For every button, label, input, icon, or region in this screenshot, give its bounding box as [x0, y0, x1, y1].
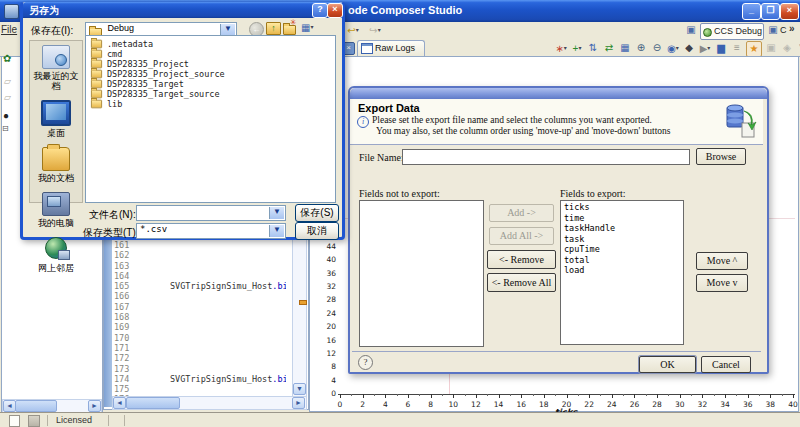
close-button[interactable]: × — [327, 3, 343, 18]
minimize-button[interactable]: _ — [742, 3, 761, 20]
favorites-icon[interactable]: ★ — [746, 41, 762, 57]
view-menu-icon[interactable]: ▽ — [796, 41, 800, 55]
editor-line[interactable]: 173 — [114, 364, 286, 374]
forward-nav-icon[interactable]: ↪▾ — [368, 23, 382, 37]
file-list[interactable]: .metadatacmdDSP28335_ProjectDSP28335_Pro… — [85, 35, 336, 203]
field-item[interactable]: ticks — [564, 202, 683, 213]
file-item[interactable]: DSP28335_Project_source — [88, 69, 335, 79]
field-item[interactable]: time — [564, 213, 683, 224]
filename-combo[interactable]: ▼ — [136, 205, 286, 221]
restore-view-icon[interactable]: ◈ — [780, 41, 794, 55]
perspective-overflow[interactable]: » — [789, 23, 795, 34]
debug-launch-icon[interactable]: ✿ — [3, 53, 11, 64]
compare-icon[interactable]: ⇄ — [602, 41, 616, 55]
close-button[interactable]: × — [780, 3, 799, 20]
ok-button[interactable]: OK — [639, 356, 696, 373]
grid-icon[interactable]: ▦ — [618, 41, 632, 55]
editor-line[interactable]: 175 — [114, 384, 286, 394]
field-item[interactable]: load — [564, 265, 683, 276]
perspective-c-icon[interactable]: ▣ — [766, 23, 780, 37]
perspective-ccs-debug-button[interactable]: CCS Debug — [700, 23, 764, 40]
filter-icon[interactable]: ∗▾ — [554, 41, 568, 55]
editor-line[interactable]: 162 — [114, 250, 286, 260]
editor-line[interactable]: 167 — [114, 302, 286, 312]
fields-not-to-export-list[interactable] — [359, 200, 484, 347]
new-folder-icon[interactable]: ✳ — [283, 23, 296, 35]
status-task-icon[interactable] — [9, 415, 20, 427]
status-edit-icon[interactable] — [28, 415, 40, 427]
editor-lines[interactable]: 161162163164165SVGTripSignSimu_Host.bit.… — [114, 240, 286, 397]
save-button[interactable]: 保存(S) — [295, 204, 339, 222]
file-item[interactable]: lib — [88, 99, 335, 109]
file-item[interactable]: cmd — [88, 49, 335, 59]
editor-line[interactable]: 168 — [114, 312, 286, 322]
editor-line[interactable]: 163 — [114, 261, 286, 271]
magnifier-icon[interactable]: ◉▾ — [666, 41, 680, 55]
save-dialog-titlebar[interactable]: 另存为 ? × — [23, 2, 342, 18]
editor-hscrollbar[interactable]: ◄ ► — [112, 396, 305, 408]
step-icon[interactable]: ▱ — [4, 76, 11, 86]
sort-icon[interactable]: ⇅ — [586, 41, 600, 55]
editor-line[interactable]: 172 — [114, 353, 286, 363]
scroll-right-icon[interactable]: ► — [292, 397, 305, 409]
field-item[interactable]: taskHandle — [564, 223, 683, 234]
filetype-combo[interactable]: *.csv ▼ — [136, 223, 286, 239]
editor-line[interactable]: 169 — [114, 322, 286, 332]
move-down-button[interactable]: Move v — [696, 274, 748, 292]
file-item[interactable]: DSP28335_Target — [88, 79, 335, 89]
left-panel-hscrollbar[interactable]: ◄ ► — [2, 399, 100, 411]
up-folder-icon[interactable]: ↑ — [266, 22, 281, 35]
resume-icon[interactable]: ▱ — [4, 92, 11, 102]
open-perspective-icon[interactable]: ▣ — [684, 23, 698, 37]
fields-to-export-list[interactable]: tickstimetaskHandletaskcpuTimetotalload — [560, 200, 684, 345]
cancel-button[interactable]: 取消 — [295, 222, 339, 240]
chart-icon[interactable]: ▆ — [714, 41, 728, 55]
editor-line[interactable]: 161 — [114, 240, 286, 250]
tree-expand-icon[interactable]: ⊟ — [2, 124, 9, 133]
navigate-icon[interactable]: ▶▾ — [698, 41, 712, 55]
chevron-down-icon[interactable]: ▼ — [269, 225, 284, 237]
zoom-in-icon[interactable]: ⊕ — [634, 41, 648, 55]
file-menu[interactable]: File — [1, 24, 18, 35]
file-item[interactable]: DSP28335_Target_source — [88, 89, 335, 99]
place-item[interactable]: 桌面 — [30, 100, 82, 138]
remove-all-button[interactable]: <- Remove All — [487, 273, 556, 292]
editor-line[interactable]: 170 — [114, 333, 286, 343]
add-metric-icon[interactable]: +▾ — [570, 41, 584, 55]
remove-button[interactable]: <- Remove — [487, 250, 556, 269]
move-up-button[interactable]: Move ^ — [696, 252, 748, 270]
scroll-down-icon[interactable]: ▼ — [293, 383, 306, 395]
export-dialog-titlebar[interactable] — [350, 88, 767, 99]
place-item[interactable]: 网上邻居 — [30, 237, 82, 273]
editor-line[interactable]: 166 — [114, 291, 286, 301]
field-item[interactable]: task — [564, 234, 683, 245]
add-all-button[interactable]: Add All -> — [489, 227, 554, 245]
file-item[interactable]: DSP28335_Project — [88, 59, 335, 69]
target-icon[interactable]: ● — [3, 110, 9, 121]
list-icon[interactable]: ≡ — [730, 41, 744, 55]
scroll-left-icon[interactable]: ◄ — [113, 397, 126, 409]
place-item[interactable]: 我的电脑 — [30, 192, 82, 228]
field-item[interactable]: total — [564, 255, 683, 266]
add-button[interactable]: Add -> — [489, 204, 554, 222]
place-item[interactable]: 我最近的文档 — [30, 45, 82, 91]
editor-line[interactable]: 164 — [114, 271, 286, 281]
perspective-c-label[interactable]: C — [780, 25, 787, 35]
zoom-out-icon[interactable]: ⊖ — [650, 41, 664, 55]
file-item[interactable]: .metadata — [88, 39, 335, 49]
help-button[interactable]: ? — [312, 3, 328, 18]
scroll-right-icon[interactable]: ► — [88, 400, 101, 412]
editor-line[interactable]: 171 — [114, 343, 286, 353]
window-icon[interactable]: ▣ — [764, 41, 778, 55]
chevron-down-icon[interactable]: ▼ — [269, 207, 284, 219]
views-icon[interactable]: ▦▾ — [301, 22, 313, 33]
back-nav-icon[interactable]: ↩▾ — [346, 23, 360, 37]
cancel-button[interactable]: Cancel — [701, 356, 751, 373]
annotation-marker[interactable] — [299, 300, 307, 305]
restore-button[interactable]: ❐ — [761, 3, 780, 20]
field-item[interactable]: cpuTime — [564, 244, 683, 255]
file-name-input[interactable] — [402, 149, 690, 165]
tab-raw-logs[interactable]: Raw Logs — [357, 40, 425, 56]
editor-line[interactable]: 165SVGTripSignSimu_Host.bit. — [114, 281, 286, 291]
help-icon[interactable]: ? — [358, 355, 373, 370]
